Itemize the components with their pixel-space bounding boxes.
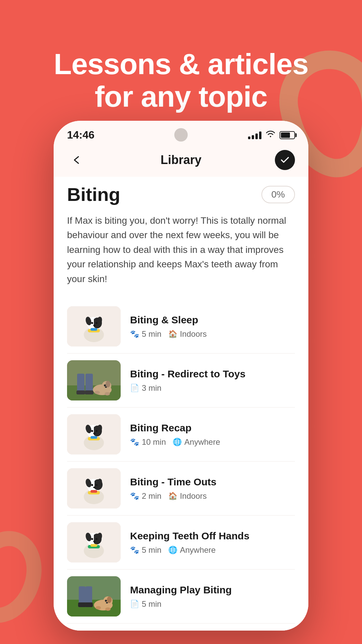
section-header: Biting 0% <box>67 183 295 205</box>
wifi-icon <box>265 130 276 140</box>
svg-point-23 <box>105 386 107 388</box>
dog-icon: 🐾 <box>130 546 139 554</box>
globe-icon: 🌐 <box>168 546 177 554</box>
svg-rect-15 <box>77 374 84 392</box>
list-item[interactable]: Keeping Teeth Off Hands 🐾 5 min 🌐 Anywhe… <box>67 516 295 570</box>
phone-content[interactable]: Biting 0% If Max is biting you, don't wo… <box>54 177 308 631</box>
meta-duration: 🐾 10 min <box>130 437 166 447</box>
meta-location: 🏠 Indoors <box>168 491 207 501</box>
lesson-meta: 🐾 5 min 🏠 Indoors <box>130 329 295 339</box>
lesson-thumbnail <box>67 522 121 562</box>
meta-duration: 📄 3 min <box>130 383 162 393</box>
list-item[interactable]: Biting - Redirect to Toys 📄 3 min <box>67 354 295 408</box>
meta-location: 🌐 Anywhere <box>173 437 220 447</box>
lesson-thumbnail <box>67 576 121 616</box>
svg-rect-51 <box>90 490 97 493</box>
lesson-title: Biting - Redirect to Toys <box>130 368 295 380</box>
nav-bar: Library <box>54 145 308 177</box>
svg-rect-38 <box>90 436 97 439</box>
list-item[interactable]: Biting - Time Outs 🐾 2 min 🏠 Indoors <box>67 462 295 516</box>
lesson-info: Biting Recap 🐾 10 min 🌐 Anywhere <box>130 422 295 447</box>
meta-duration: 🐾 2 min <box>130 491 162 501</box>
svg-point-22 <box>104 384 106 386</box>
svg-point-61 <box>96 538 98 540</box>
svg-rect-16 <box>85 374 93 392</box>
back-button[interactable] <box>67 150 87 170</box>
svg-point-10 <box>93 324 96 326</box>
home-icon: 🏠 <box>168 330 177 338</box>
lesson-thumbnail <box>67 306 121 346</box>
article-icon: 📄 <box>130 384 139 392</box>
lesson-meta: 🐾 2 min 🏠 Indoors <box>130 491 295 501</box>
lesson-thumbnail <box>67 468 121 508</box>
lesson-meta: 🐾 5 min 🌐 Anywhere <box>130 545 295 555</box>
status-time: 14:46 <box>67 129 95 141</box>
check-button[interactable] <box>275 150 295 170</box>
meta-duration: 📄 5 min <box>130 599 162 609</box>
svg-point-24 <box>95 391 100 394</box>
section-title: Biting <box>67 183 120 205</box>
hero-section: Lessons & articles for any topic <box>0 0 362 141</box>
svg-point-35 <box>96 430 98 432</box>
svg-point-75 <box>106 602 108 603</box>
dog-icon: 🐾 <box>130 492 139 500</box>
svg-point-77 <box>105 607 111 611</box>
lesson-list: Biting & Sleep 🐾 5 min 🏠 Indoors <box>67 300 295 624</box>
list-item[interactable]: Managing Play Biting 📄 5 min <box>67 570 295 624</box>
lesson-title: Biting Recap <box>130 422 295 434</box>
lesson-title: Keeping Teeth Off Hands <box>130 530 295 542</box>
svg-point-60 <box>91 538 93 540</box>
lesson-info: Managing Play Biting 📄 5 min <box>130 584 295 609</box>
svg-point-74 <box>105 600 107 602</box>
svg-point-34 <box>91 430 93 432</box>
phone-mockup: 14:46 <box>54 121 308 631</box>
svg-rect-70 <box>85 602 93 607</box>
signal-bars-icon <box>248 131 261 139</box>
meta-duration: 🐾 5 min <box>130 545 162 555</box>
svg-point-49 <box>93 486 96 488</box>
battery-icon <box>280 131 295 139</box>
home-icon: 🏠 <box>168 492 177 500</box>
lesson-meta: 📄 5 min <box>130 599 295 609</box>
lesson-info: Biting - Redirect to Toys 📄 3 min <box>130 368 295 393</box>
meta-location: 🌐 Anywhere <box>168 545 216 555</box>
svg-rect-18 <box>85 390 94 394</box>
svg-point-8 <box>91 322 93 324</box>
list-item[interactable]: Biting & Sleep 🐾 5 min 🏠 Indoors <box>67 300 295 354</box>
article-icon: 📄 <box>130 600 139 608</box>
svg-point-21 <box>106 381 110 387</box>
phone-notch <box>174 128 188 142</box>
svg-point-47 <box>91 484 93 486</box>
dog-icon: 🐾 <box>130 330 139 338</box>
lesson-meta: 📄 3 min <box>130 383 295 393</box>
dog-icon: 🐾 <box>130 438 139 446</box>
lesson-info: Keeping Teeth Off Hands 🐾 5 min 🌐 Anywhe… <box>130 530 295 555</box>
svg-rect-67 <box>79 586 85 603</box>
lesson-thumbnail <box>67 360 121 400</box>
lesson-thumbnail <box>67 414 121 454</box>
nav-title: Library <box>161 153 201 167</box>
status-icons <box>248 130 295 140</box>
lesson-title: Biting & Sleep <box>130 314 295 326</box>
svg-point-25 <box>105 392 110 395</box>
svg-rect-66 <box>67 600 121 616</box>
svg-point-62 <box>93 540 96 542</box>
section-description: If Max is biting you, don't worry! This … <box>67 213 295 286</box>
svg-point-73 <box>107 596 112 603</box>
svg-rect-64 <box>90 544 97 547</box>
svg-point-48 <box>96 484 98 486</box>
svg-point-76 <box>96 606 101 609</box>
lesson-title: Managing Play Biting <box>130 584 295 596</box>
meta-location: 🏠 Indoors <box>168 329 207 339</box>
svg-point-9 <box>96 322 98 324</box>
globe-icon: 🌐 <box>173 438 182 446</box>
svg-point-36 <box>93 432 96 434</box>
svg-rect-68 <box>85 586 92 603</box>
list-item[interactable]: Biting Recap 🐾 10 min 🌐 Anywhere <box>67 408 295 462</box>
lesson-title: Biting - Time Outs <box>130 476 295 488</box>
svg-rect-17 <box>76 390 85 394</box>
svg-rect-12 <box>90 328 97 331</box>
lesson-info: Biting & Sleep 🐾 5 min 🏠 Indoors <box>130 314 295 339</box>
progress-badge: 0% <box>261 186 295 203</box>
lesson-info: Biting - Time Outs 🐾 2 min 🏠 Indoors <box>130 476 295 501</box>
